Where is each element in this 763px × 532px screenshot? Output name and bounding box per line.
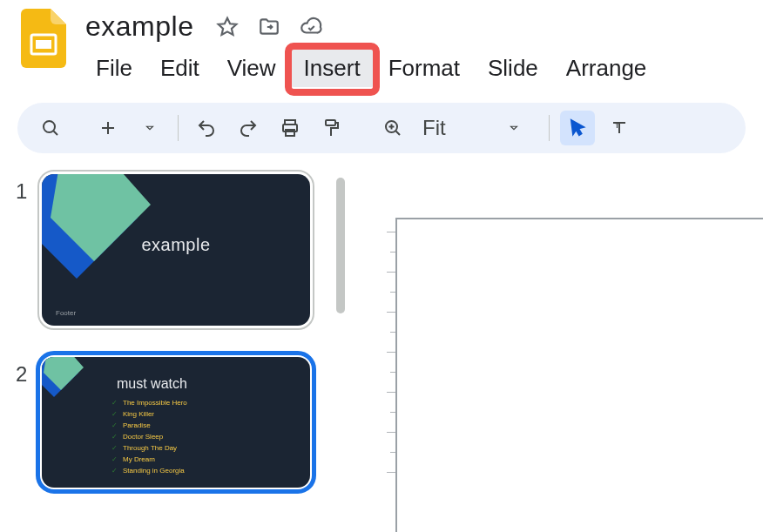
new-slide-button[interactable]	[91, 111, 125, 145]
slide1-title-text: example	[42, 235, 310, 255]
menu-arrange[interactable]: Arrange	[552, 50, 661, 87]
new-slide-dropdown[interactable]	[132, 111, 167, 145]
slide-thumbnail-2[interactable]: must watch ✓The Impossible Hero ✓King Ki…	[42, 357, 310, 488]
text-box-button[interactable]	[602, 111, 637, 145]
slide-canvas[interactable]	[395, 218, 763, 532]
print-button[interactable]	[273, 111, 307, 145]
svg-point-2	[44, 121, 55, 132]
zoom-level-label[interactable]: Fit	[414, 116, 455, 140]
menu-file[interactable]: File	[82, 50, 146, 87]
divider	[178, 115, 179, 141]
undo-button[interactable]	[189, 111, 224, 145]
zoom-dropdown[interactable]	[496, 111, 531, 145]
slide-number: 2	[16, 357, 42, 387]
document-title[interactable]: example	[82, 9, 197, 44]
search-menus-button[interactable]	[33, 111, 68, 145]
menu-insert[interactable]: Insert	[290, 50, 375, 87]
move-folder-icon[interactable]	[258, 16, 280, 38]
menu-slide[interactable]: Slide	[474, 50, 552, 87]
svg-rect-1	[36, 40, 51, 49]
menu-format[interactable]: Format	[375, 50, 474, 87]
slide-number: 1	[16, 174, 42, 204]
redo-button[interactable]	[231, 111, 266, 145]
slide-thumbnail-panel: 1 example Footer 2 must wa	[0, 174, 366, 519]
slide2-title-text: must watch	[117, 376, 187, 392]
slides-logo-icon[interactable]	[21, 9, 66, 68]
menu-edit[interactable]: Edit	[146, 50, 213, 87]
divider	[549, 115, 550, 141]
slide-thumbnail-1[interactable]: example Footer	[42, 174, 310, 326]
thumbnail-scrollbar[interactable]	[336, 174, 345, 313]
menu-bar: File Edit View Insert Format Slide Arran…	[82, 50, 763, 87]
cloud-saved-icon[interactable]	[300, 16, 322, 38]
paint-format-button[interactable]	[314, 111, 349, 145]
slide-canvas-area	[366, 174, 763, 197]
select-tool-button[interactable]	[560, 111, 595, 145]
zoom-button[interactable]	[375, 111, 410, 145]
toolbar: Fit	[17, 103, 746, 153]
menu-view[interactable]: View	[213, 50, 290, 87]
slide1-footer-text: Footer	[56, 309, 76, 317]
slide2-list: ✓The Impossible Hero ✓King Killer ✓Parad…	[111, 397, 187, 476]
star-icon[interactable]	[216, 16, 239, 38]
svg-rect-6	[326, 120, 335, 125]
